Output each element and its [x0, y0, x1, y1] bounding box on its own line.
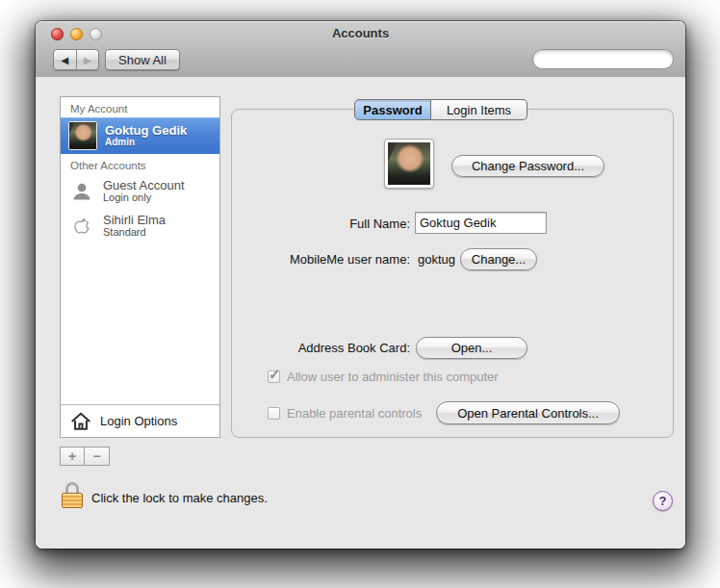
mobileme-username-value: goktug [418, 252, 455, 267]
search-field[interactable] [532, 49, 674, 69]
forward-button: ▶ [77, 50, 99, 69]
account-name: Goktug Gedik [105, 124, 187, 138]
help-button[interactable]: ? [653, 491, 673, 511]
full-name-field[interactable] [415, 212, 547, 234]
my-account-header: My Account [61, 97, 219, 117]
enable-parental-controls-label: Enable parental controls [287, 406, 422, 421]
lock-hint-text: Click the lock to make changes. [91, 491, 268, 505]
enable-parental-controls-checkbox[interactable] [268, 407, 280, 420]
login-options-label: Login Options [100, 414, 177, 428]
lock-icon[interactable] [60, 482, 85, 513]
account-role: Standard [103, 227, 166, 239]
tab-login-items[interactable]: Login Items [431, 99, 527, 120]
change-password-button[interactable]: Change Password... [451, 155, 604, 177]
full-name-label: Full Name: [232, 217, 410, 231]
sidebar-item-goktug-gedik[interactable]: Goktug Gedik Admin [61, 117, 219, 154]
accounts-sidebar: My Account Goktug Gedik Admin Other Acco… [60, 96, 220, 438]
window-title: Accounts [36, 26, 685, 40]
open-parental-controls-button[interactable]: Open Parental Controls... [436, 401, 620, 424]
avatar [68, 121, 97, 150]
add-account-button[interactable]: + [60, 447, 85, 466]
mobileme-change-button[interactable]: Change... [460, 248, 537, 270]
sidebar-item-guest-account[interactable]: Guest Account Login only [61, 174, 219, 209]
account-role: Login only [103, 192, 185, 204]
tab-bar: Password Login Items [354, 99, 527, 120]
allow-administer-label: Allow user to administer this computer [287, 370, 499, 384]
guest-user-icon [68, 178, 95, 205]
user-picture [388, 142, 430, 185]
history-nav-segment: ◀ ▶ [53, 49, 99, 70]
lock-body [62, 493, 83, 508]
apple-logo-icon [68, 213, 95, 240]
parental-checkbox-row: Enable parental controls [268, 406, 422, 421]
remove-account-button[interactable]: − [85, 447, 110, 466]
address-book-open-button[interactable]: Open... [416, 337, 527, 359]
sidebar-item-login-options[interactable]: Login Options [61, 404, 219, 437]
admin-checkbox-row: Allow user to administer this computer [268, 370, 499, 384]
other-accounts-header: Other Accounts [61, 154, 219, 174]
house-icon [70, 411, 91, 431]
password-tab-panel: Change Password... Full Name: MobileMe u… [231, 109, 674, 438]
sidebar-item-sihirli-elma[interactable]: Sihirli Elma Standard [61, 209, 219, 243]
accounts-preferences-window: Accounts ◀ ▶ Show All My Account Goktug … [36, 21, 685, 549]
titlebar: Accounts ◀ ▶ Show All [36, 21, 685, 78]
content-area: My Account Goktug Gedik Admin Other Acco… [36, 77, 685, 549]
mobileme-label: MobileMe user name: [232, 252, 410, 267]
account-add-remove-control: + − [60, 447, 110, 466]
search-input[interactable] [539, 52, 697, 67]
tab-password[interactable]: Password [354, 99, 431, 120]
allow-administer-checkbox[interactable] [268, 371, 280, 383]
user-picture-well[interactable] [384, 139, 434, 189]
account-name: Sihirli Elma [103, 214, 166, 227]
account-role: Admin [105, 138, 187, 148]
back-button[interactable]: ◀ [54, 50, 77, 69]
account-name: Guest Account [103, 179, 185, 192]
show-all-button[interactable]: Show All [105, 49, 180, 70]
address-book-card-label: Address Book Card: [232, 341, 410, 355]
